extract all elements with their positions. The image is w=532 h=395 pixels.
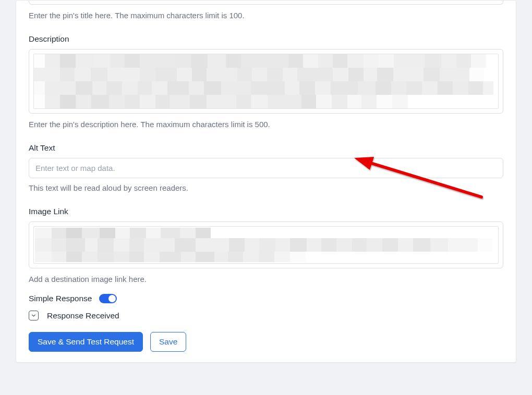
description-helper-text: Enter the pin's description here. The ma… (29, 120, 503, 129)
image-link-field-box[interactable] (29, 221, 503, 268)
simple-response-toggle[interactable] (99, 294, 117, 303)
description-section: Description Enter the pin's description … (29, 34, 503, 129)
form-card: Enter the pin's title here. The maximum … (16, 0, 516, 363)
response-received-label: Response Received (47, 311, 119, 320)
image-link-redacted-content (33, 226, 499, 264)
alt-text-label: Alt Text (29, 143, 503, 153)
image-link-helper-text: Add a destination image link here. (29, 275, 503, 283)
description-redacted-content (33, 54, 499, 109)
simple-response-row: Simple Response (29, 294, 503, 303)
image-link-label: Image Link (29, 207, 503, 216)
chevron-down-icon (31, 313, 37, 318)
title-helper-text: Enter the pin's title here. The maximum … (29, 11, 503, 20)
description-label: Description (29, 34, 503, 44)
title-field-box-bottom (29, 1, 503, 5)
save-send-test-request-button[interactable]: Save & Send Test Request (29, 332, 143, 352)
response-received-row: Response Received (29, 311, 503, 320)
button-row: Save & Send Test Request Save (29, 332, 503, 352)
simple-response-label: Simple Response (29, 294, 92, 303)
alt-text-helper-text: This text will be read aloud by screen r… (29, 183, 503, 192)
description-field-box[interactable] (29, 49, 503, 114)
alt-text-section: Alt Text This text will be read aloud by… (29, 143, 503, 192)
alt-text-input[interactable] (29, 158, 503, 178)
image-link-section: Image Link Add a destination image link … (29, 207, 503, 283)
response-received-expand-button[interactable] (29, 311, 39, 320)
save-button[interactable]: Save (150, 332, 186, 352)
